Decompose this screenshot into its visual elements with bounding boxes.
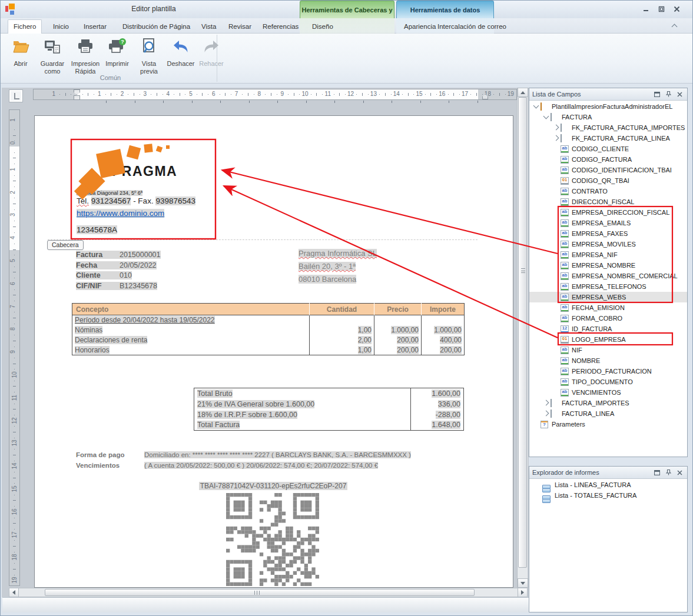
guardar-como-button[interactable]: Guardarcomo xyxy=(36,36,69,75)
totals-row[interactable]: Total Bruto1.600,00 xyxy=(194,388,464,399)
tab-vista[interactable]: Vista xyxy=(196,21,221,34)
chevron-right-icon[interactable] xyxy=(552,134,561,142)
field-tree-item-codigo-factura[interactable]: abCODIGO_FACTURA xyxy=(529,154,687,165)
field-tree-item-codigo-cliente[interactable]: abCODIGO_CLIENTE xyxy=(529,144,687,154)
report-item-lista-totales-factura[interactable]: Lista - TOTALES_FACTURA xyxy=(529,490,687,501)
company-phone-fax-line[interactable]: Tel. 931234567 - Fax. 939876543 xyxy=(77,197,195,205)
field-tree-item-empresa-nombre[interactable]: abEMPRESA_NOMBRE xyxy=(529,260,687,271)
maximize-panel-icon[interactable] xyxy=(652,90,662,98)
importe-cell[interactable]: 200,00 xyxy=(422,345,465,355)
concepto-cell[interactable]: Nóminas xyxy=(72,325,310,335)
field-tree-item-empresa-direccion-fiscal[interactable]: abEMPRESA_DIRECCION_FISCAL xyxy=(529,207,687,218)
field-tree-item-contrato[interactable]: abCONTRATO xyxy=(529,186,687,197)
tab-revisar[interactable]: Revisar xyxy=(223,21,257,34)
scroll-down-arrow[interactable] xyxy=(518,578,528,588)
field-tree-item-fecha-emision[interactable]: abFECHA_EMISION xyxy=(529,302,687,313)
items-row[interactable]: Declaraciones de renta2,00200,00400,00 xyxy=(72,335,465,345)
precio-cell[interactable]: 1.000,00 xyxy=(374,325,422,335)
band-tab-cabecera[interactable]: Cabecera xyxy=(47,240,84,250)
tbai-qr-code[interactable] xyxy=(226,493,319,586)
customer-address-field[interactable]: Bailén 20, 3º - 1ª xyxy=(299,262,356,271)
invoice-meta-value-cliente[interactable]: 010 xyxy=(120,271,132,279)
totals-row[interactable]: Total Factura1.648,00 xyxy=(194,420,464,431)
field-tree-item-empresa-faxes[interactable]: abEMPRESA_FAXES xyxy=(529,228,687,239)
field-tree-item-tipo-documento[interactable]: abTIPO_DOCUMENTO xyxy=(529,377,687,387)
fax-field[interactable]: 939876543 xyxy=(155,197,195,205)
field-tree-item-empresa-nif[interactable]: abEMPRESA_NIF xyxy=(529,249,687,260)
payment-value-field[interactable]: ( A cuenta 20/05/2022: 500,00 € ) 20/06/… xyxy=(144,462,378,469)
deshacer-button[interactable]: Deshacer xyxy=(165,36,196,75)
totals-value-cell[interactable]: 336,00 xyxy=(411,399,464,409)
tab-distribuci-n-de-p-gina[interactable]: Distribución de Página xyxy=(117,21,195,34)
customer-city-field[interactable]: 08010 Barcelona xyxy=(299,275,356,284)
field-tree-item-vencimientos[interactable]: abVENCIMIENTOS xyxy=(529,387,687,398)
impresion-r-pida-button[interactable]: ImpresionRápida xyxy=(69,36,102,75)
field-tree-item-parameters[interactable]: ?Parameters xyxy=(529,419,687,429)
field-tree-item-nif[interactable]: abNIF xyxy=(529,345,687,355)
importe-cell[interactable]: 400,00 xyxy=(422,335,465,345)
tab-insertar[interactable]: Insertar xyxy=(78,21,112,34)
abrir-button[interactable]: Abrir xyxy=(5,36,36,75)
vista-previa-button[interactable]: Vistaprevia xyxy=(132,36,165,75)
precio-cell[interactable]: 200,00 xyxy=(374,345,422,355)
totals-value-cell[interactable]: 1.600,00 xyxy=(411,388,464,399)
tab-inicio[interactable]: Inicio xyxy=(48,21,74,34)
field-tree-item-codigo-qr-tbai[interactable]: 01CODIGO_QR_TBAI xyxy=(529,175,687,186)
pin-panel-icon[interactable] xyxy=(664,90,673,98)
tab-intercalaci-n-de-correo[interactable]: Intercalación de correo xyxy=(432,21,512,34)
field-tree-item-empresa-moviles[interactable]: abEMPRESA_MOVILES xyxy=(529,239,687,249)
field-tree-item-codigo-identificacion-tbai[interactable]: abCODIGO_IDENTIFICACION_TBAI xyxy=(529,165,687,175)
field-tree-item-factura-importes[interactable]: FACTURA_IMPORTES xyxy=(529,398,687,408)
totals-row[interactable]: 21% de IVA General sobre 1.600,00336,00 xyxy=(194,399,464,409)
totals-label-cell[interactable]: 21% de IVA General sobre 1.600,00 xyxy=(194,399,411,409)
items-period-row[interactable]: Período desde 20/04/2022 hasta 19/05/202… xyxy=(72,315,465,325)
field-tree-item-fk-factura-factura-linea[interactable]: FK_FACTURA_FACTURA_LINEA xyxy=(529,133,687,144)
tab-referencias[interactable]: Referencias xyxy=(257,21,304,34)
payment-value-field[interactable]: Domiciliado en: **** **** **** **** ****… xyxy=(144,451,411,458)
vertical-scroll-thumb[interactable] xyxy=(518,97,527,568)
invoice-meta-value-cif-nif[interactable]: B12345678 xyxy=(120,282,157,290)
invoice-meta-value-fecha[interactable]: 20/05/2022 xyxy=(120,261,157,269)
document-page[interactable]: PRAGMA Avenida Diagonal 234, 5º 6ª Tel. … xyxy=(34,115,513,588)
horizontal-scroll-thumb[interactable] xyxy=(45,589,475,596)
collapse-ribbon-icon[interactable] xyxy=(672,23,677,28)
tab-dise-o[interactable]: Diseño xyxy=(307,21,339,34)
cantidad-cell[interactable]: 1,00 xyxy=(310,345,374,355)
field-tree-item-fk-factura-factura-importes[interactable]: FK_FACTURA_FACTURA_IMPORTES xyxy=(529,122,687,133)
totals-label-cell[interactable]: Total Factura xyxy=(194,420,411,431)
chevron-right-icon[interactable] xyxy=(552,124,561,132)
close-button[interactable] xyxy=(671,4,683,14)
items-row[interactable]: Honorarios1,00200,00200,00 xyxy=(72,345,465,355)
field-tree-item-empresa-emails[interactable]: abEMPRESA_EMAILS xyxy=(529,218,687,228)
vertical-scrollbar[interactable] xyxy=(517,88,528,588)
field-tree-item-logo-empresa[interactable]: 01LOGO_EMPRESA xyxy=(529,334,687,345)
chevron-right-icon[interactable] xyxy=(542,409,551,418)
pin-panel-icon[interactable] xyxy=(664,468,673,477)
customer-name-field[interactable]: Pragma Informática SL xyxy=(299,249,377,258)
invoice-meta-value-factura[interactable]: 2015000001 xyxy=(120,251,161,259)
tbai-code-field[interactable]: TBAI-78871042V-031120-epEs2rfuC2EoP-207 xyxy=(111,482,435,490)
field-tree-item-empresa-webs[interactable]: abEMPRESA_WEBS xyxy=(529,292,687,302)
totals-row[interactable]: 18% de I.R.P.F sobre 1.600,00-288,00 xyxy=(194,409,464,420)
field-tree-item-nombre[interactable]: abNOMBRE xyxy=(529,355,687,366)
concepto-cell[interactable]: Honorarios xyxy=(72,345,310,355)
horizontal-scrollbar[interactable] xyxy=(9,588,528,597)
period-cell[interactable]: Período desde 20/04/2022 hasta 19/05/202… xyxy=(72,315,310,325)
imprimir-button[interactable]: ?Imprimir xyxy=(102,36,132,75)
precio-cell[interactable]: 200,00 xyxy=(374,335,422,345)
field-tree-item-forma-cobro[interactable]: abFORMA_COBRO xyxy=(529,313,687,324)
indent-marker-bottom[interactable] xyxy=(74,95,80,100)
field-tree-item-empresa-telefonos[interactable]: abEMPRESA_TELEFONOS xyxy=(529,281,687,292)
importe-cell[interactable]: 1.000,00 xyxy=(422,325,465,335)
field-tree-item-plantillaimpresionfacturaadministradorel[interactable]: PlantillaImpresionFacturaAdministradorEL xyxy=(529,101,687,112)
cantidad-cell[interactable]: 2,00 xyxy=(310,335,374,345)
invoice-lines-table[interactable]: ConceptoCantidadPrecioImporte Período de… xyxy=(72,303,465,355)
scroll-left-arrow[interactable] xyxy=(9,588,19,597)
field-tree-item-periodo-facturacion[interactable]: abPERIODO_FACTURACION xyxy=(529,366,687,377)
items-row[interactable]: Nóminas1,001.000,001.000,00 xyxy=(72,325,465,335)
field-tree-item-direccion-fiscal[interactable]: abDIRECCION_FISCAL xyxy=(529,197,687,207)
close-panel-icon[interactable] xyxy=(675,90,684,98)
company-web-field[interactable]: https://www.dominio.com xyxy=(77,208,164,218)
report-item-lista-lineas-factura[interactable]: Lista - LINEAS_FACTURA xyxy=(529,480,687,490)
company-nif-field[interactable]: 12345678A xyxy=(77,225,117,234)
